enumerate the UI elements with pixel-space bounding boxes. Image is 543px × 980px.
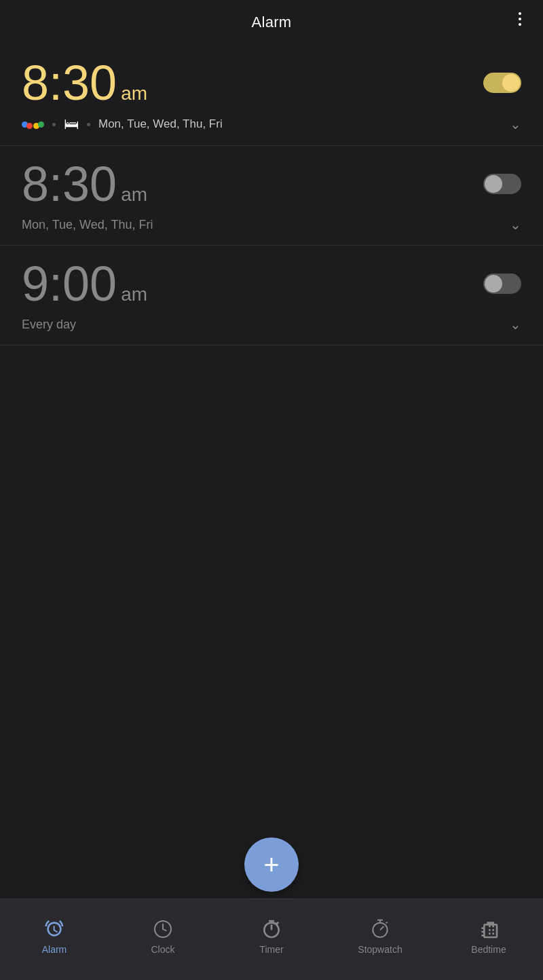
alarm-item: 8:30 am Mon, Tue, Wed, Thu, Fri ⌄ xyxy=(0,146,543,245)
alarm-item-top: 9:00 am xyxy=(22,259,521,308)
alarm-toggle[interactable] xyxy=(483,73,521,93)
alarm-time-display: 8:30 xyxy=(22,58,117,107)
more-vert-icon xyxy=(519,12,521,26)
alarm-days: Mon, Tue, Wed, Thu, Fri xyxy=(98,117,223,131)
google-dot-red xyxy=(26,123,33,129)
alarm-item-top: 8:30 am xyxy=(22,159,521,208)
expand-chevron[interactable]: ⌄ xyxy=(510,216,521,233)
add-icon: + xyxy=(263,851,279,878)
alarm-nav-label: Alarm xyxy=(42,944,67,955)
alarm-time-display: 9:00 xyxy=(22,259,117,308)
alarm-meta-left: Every day xyxy=(22,318,76,332)
nav-item-alarm[interactable]: Alarm xyxy=(0,918,109,955)
alarm-nav-icon xyxy=(43,918,65,940)
alarm-meta-left: Mon, Tue, Wed, Thu, Fri xyxy=(22,218,153,232)
alarm-time[interactable]: 9:00 am xyxy=(22,259,147,308)
separator-dot-2 xyxy=(87,123,90,126)
alarm-days: Every day xyxy=(22,318,76,332)
stopwatch-nav-icon xyxy=(369,918,391,940)
alarm-item-top: 8:30 am xyxy=(22,58,521,107)
fab-container: + xyxy=(244,837,299,892)
svg-line-4 xyxy=(380,926,383,930)
alarm-meta: Every day ⌄ xyxy=(22,316,521,333)
stopwatch-nav-label: Stopwatch xyxy=(358,944,402,955)
nav-item-stopwatch[interactable]: Stopwatch xyxy=(326,918,434,955)
expand-chevron[interactable]: ⌄ xyxy=(510,116,521,132)
alarm-time[interactable]: 8:30 am xyxy=(22,159,147,208)
bedtime-nav-label: Bedtime xyxy=(471,944,506,955)
google-dot-green xyxy=(38,121,44,128)
header: Alarm xyxy=(0,0,543,38)
google-assistant-icon xyxy=(22,120,44,129)
expand-chevron[interactable]: ⌄ xyxy=(510,316,521,333)
alarm-item: 9:00 am Every day ⌄ xyxy=(0,246,543,345)
alarm-item: 8:30 am 🛏 Mon, Tue, Wed, Thu, xyxy=(0,45,543,145)
page-title: Alarm xyxy=(252,14,292,31)
bottom-nav: Alarm Clock Timer Stopwatch Bedtime xyxy=(0,899,543,980)
timer-nav-icon xyxy=(261,918,282,940)
timer-nav-label: Timer xyxy=(259,944,283,955)
nav-item-timer[interactable]: Timer xyxy=(217,918,326,955)
alarm-list: 8:30 am 🛏 Mon, Tue, Wed, Thu, xyxy=(0,38,543,352)
bedtime-nav-icon xyxy=(478,918,500,940)
clock-nav-icon xyxy=(152,918,174,940)
alarm-meta: Mon, Tue, Wed, Thu, Fri ⌄ xyxy=(22,216,521,233)
nav-item-bedtime[interactable]: Bedtime xyxy=(434,918,543,955)
toggle-thumb xyxy=(485,175,502,193)
toggle-thumb xyxy=(502,74,520,92)
alarm-time-ampm: am xyxy=(121,284,147,305)
toggle-thumb xyxy=(485,275,502,293)
svg-line-5 xyxy=(386,922,388,923)
alarm-days: Mon, Tue, Wed, Thu, Fri xyxy=(22,218,153,232)
alarm-time-ampm: am xyxy=(121,83,147,105)
nav-item-clock[interactable]: Clock xyxy=(109,918,217,955)
divider xyxy=(0,345,543,345)
alarm-toggle[interactable] xyxy=(483,274,521,294)
alarm-toggle[interactable] xyxy=(483,174,521,194)
alarm-time-ampm: am xyxy=(121,184,147,206)
alarm-time[interactable]: 8:30 am xyxy=(22,58,147,107)
add-alarm-button[interactable]: + xyxy=(244,837,299,892)
more-options-button[interactable] xyxy=(513,7,527,31)
alarm-meta-left: 🛏 Mon, Tue, Wed, Thu, Fri xyxy=(22,115,223,133)
clock-nav-label: Clock xyxy=(151,944,174,955)
sleep-icon: 🛏 xyxy=(64,115,79,133)
alarm-meta: 🛏 Mon, Tue, Wed, Thu, Fri ⌄ xyxy=(22,115,521,133)
alarm-time-display: 8:30 xyxy=(22,159,117,208)
separator-dot xyxy=(52,123,56,126)
